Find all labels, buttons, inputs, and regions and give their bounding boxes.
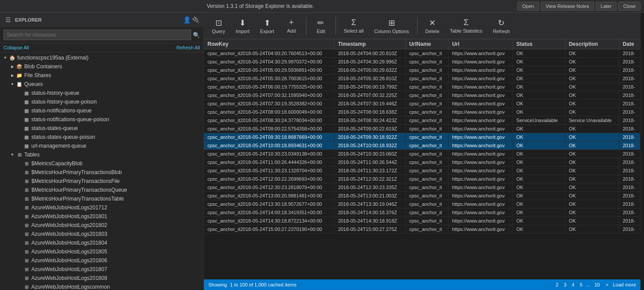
plug-icon[interactable]: 🔌 [191,15,200,24]
load-more-btn[interactable]: Load more [613,282,636,287]
table-row[interactable]: cpsc_anchor_it2018-05-24T11:00:26.444432… [204,158,640,167]
right-resize-handle[interactable] [640,13,644,290]
collapse-all[interactable]: Collapse All [4,45,29,50]
tree-arrow-icon[interactable]: ▼ [9,81,16,88]
table-row[interactable]: cpsc_anchor_it2018-05-24T12:30:23.281807… [204,183,640,192]
toolbar-btn-table_stats[interactable]: ΣTable Statistics [445,16,486,35]
col-header-rowkey[interactable]: RowKey [204,39,334,49]
sidebar-item-t3[interactable]: ⊞$MetricsHourPrimaryTransactionsFile [0,177,203,186]
sidebar-item-root1[interactable]: ▼🏠functionscpsc195aa (External) [0,53,203,62]
sidebar-item-t1[interactable]: ⊞$MetricsCapacityBlob [0,159,203,168]
sidebar-item-t7[interactable]: ⊞AzureWebJobsHostLogs201801 [0,212,203,221]
table-row[interactable]: cpsc_anchor_it2018-05-24T09:30:18.868766… [204,133,640,141]
toolbar-btn-edit[interactable]: ✏Edit [310,16,332,36]
tree-node-label: functionscpsc195aa (External) [17,55,88,61]
table-row[interactable]: cpsc_anchor_it2018-05-24T10:00:18.893463… [204,141,640,150]
sidebar-item-t10[interactable]: ⊞AzureWebJobsHostLogs201804 [0,238,203,247]
tree-arrow-icon[interactable]: ▶ [9,72,16,79]
sidebar-item-q5[interactable]: ▦status-states-queue [0,124,203,133]
table-row[interactable]: cpsc_anchor_it2018-05-24T08:00:18.600004… [204,108,640,116]
open-button[interactable]: Open [517,2,539,11]
column_options-icon: ⊞ [388,18,395,28]
sidebar-item-t2[interactable]: ⊞$MetricsHourPrimaryTransactionsBlob [0,168,203,177]
table-row[interactable]: cpsc_anchor_it2018-05-24T14:30:18.872213… [204,217,640,225]
toolbar-btn-query[interactable]: ⊡Query [207,16,230,36]
hamburger-icon[interactable]: ☰ [4,15,12,24]
table-row[interactable]: cpsc_anchor_it2018-05-24T10:30:23.034913… [204,150,640,158]
toolbar-btn-column_options[interactable]: ⊞Column Options [370,16,414,36]
table-row[interactable]: cpsc_anchor_it2018-05-24T04:30:29.997037… [204,58,640,66]
table-row[interactable]: cpsc_anchor_it2018-05-24T13:30:18.957267… [204,200,640,208]
col-header-url[interactable]: Url [448,39,513,49]
sidebar-item-q6[interactable]: ▦status-states-queue-poison [0,133,203,141]
sidebar-item-t14[interactable]: ⊞AzureWebJobsHostLogs201808 [0,274,203,283]
page-2[interactable]: 2 [554,282,560,287]
sidebar-item-q3[interactable]: ▦status-notifications-queue [0,106,203,115]
col-header-timestamp[interactable]: Timestamp [334,39,405,49]
col-header-date[interactable]: Date [619,39,640,49]
cell-url: https://www.anchorit.gov [448,91,513,100]
next-page-btn[interactable]: > [604,282,610,287]
col-header-urlname[interactable]: UrlName [405,39,448,49]
table-row[interactable]: cpsc_anchor_it2018-05-24T07:00:32.159594… [204,91,640,100]
sidebar-item-t13[interactable]: ⊞AzureWebJobsHostLogs201807 [0,265,203,274]
table-row[interactable]: cpsc_anchor_it2018-05-24T04:00:20.760451… [204,49,640,58]
toolbar-btn-import[interactable]: ⬇Import [231,16,254,36]
table-row[interactable]: cpsc_anchor_it2018-05-24T15:00:27.237019… [204,225,640,234]
tree-node-label: AzureWebJobsHostLogs201805 [31,249,107,255]
sidebar-item-t5[interactable]: ⊞$MetricsHourPrimaryTransactionsTable [0,194,203,203]
search-input[interactable] [4,30,191,40]
query-icon: ⊡ [215,18,222,28]
sidebar-item-t8[interactable]: ⊞AzureWebJobsHostLogs201802 [0,221,203,230]
table-scroll[interactable]: RowKeyTimestampUrlNameUrlStatusDescripti… [204,39,640,279]
toolbar-btn-refresh[interactable]: ↻Refresh [489,16,515,36]
page-5[interactable]: 5 [578,282,584,287]
sidebar-item-q4[interactable]: ▦status-notifications-queue-poison [0,115,203,124]
sidebar-item-queues[interactable]: ▼📋Queues [0,80,203,89]
table-row[interactable]: cpsc_anchor_it2018-05-24T06:00:19.775532… [204,83,640,91]
cell-url: https://www.anchorit.gov [448,141,513,150]
page-3[interactable]: 3 [562,282,568,287]
table-row[interactable]: cpsc_anchor_it2018-05-24T11:30:23.132870… [204,167,640,175]
sidebar-item-t15[interactable]: ⊞AzureWebJobsHostLogscommon [0,283,203,290]
tree-arrow-icon[interactable]: ▼ [2,54,9,61]
tree-arrow-icon[interactable]: ▼ [9,151,16,158]
close-button[interactable]: Close [618,2,640,11]
later-button[interactable]: Later [596,2,617,11]
col-header-status[interactable]: Status [512,39,565,49]
sidebar-item-t11[interactable]: ⊞AzureWebJobsHostLogs201805 [0,247,203,256]
sidebar-item-t4[interactable]: ⊞$MetricsHourPrimaryTransactionsQueue [0,186,203,194]
sidebar-item-tables[interactable]: ▼⊞Tables [0,150,203,159]
sidebar-item-t9[interactable]: ⊞AzureWebJobsHostLogs201803 [0,230,203,238]
sidebar-item-t12[interactable]: ⊞AzureWebJobsHostLogs201806 [0,256,203,265]
table-row[interactable]: cpsc_anchor_it2018-05-24T14:00:18.341935… [204,208,640,217]
page-10[interactable]: 10 [593,282,601,287]
view-release-button[interactable]: View Release Notes [541,2,594,11]
refresh-icon: ↻ [498,18,505,28]
sidebar-item-fileshares[interactable]: ▶📁File Shares [0,71,203,80]
sidebar-item-q1[interactable]: ▦status-history-queue [0,89,203,97]
table-row[interactable]: cpsc_anchor_it2018-05-24T05:00:29.593689… [204,66,640,74]
table-row[interactable]: cpsc_anchor_it2018-05-24T13:00:20.988148… [204,192,640,200]
toolbar-btn-select_all[interactable]: ΣSelect all [339,16,368,35]
cell-timestamp: 2018-05-24T12:00:22.321Z [334,175,405,183]
sidebar-item-t6[interactable]: ⊞AzureWebJobsHostLogs201712 [0,203,203,212]
toolbar-btn-delete[interactable]: ✕Delete [421,16,444,36]
toolbar-btn-add[interactable]: +Add [280,16,302,35]
refresh-all[interactable]: Refresh All [177,45,200,50]
sidebar-item-q2[interactable]: ▦status-history-queue-poison [0,97,203,106]
col-header-description[interactable]: Description [565,39,619,49]
page-4[interactable]: 4 [570,282,576,287]
sidebar-item-blob[interactable]: ▶📦Blob Containers [0,62,203,71]
table-row[interactable]: cpsc_anchor_it2018-05-24T05:30:28.700361… [204,74,640,83]
search-icon[interactable]: 🔍 [193,32,200,38]
sidebar-item-q7[interactable]: ▦url-management-queue [0,141,203,150]
table-row[interactable]: cpsc_anchor_it2018-05-24T09:00:22.575435… [204,125,640,133]
person-icon[interactable]: 👤 [182,15,191,24]
table-row[interactable]: cpsc_anchor_it2018-05-24T12:00:22.269969… [204,175,640,183]
cell-urlname: cpsc_anchor_it [405,225,448,234]
table-row[interactable]: cpsc_anchor_it2018-05-24T07:30:19.352838… [204,100,640,108]
table-row[interactable]: cpsc_anchor_it2018-05-24T08:30:24.377803… [204,116,640,125]
tree-arrow-icon[interactable]: ▶ [9,63,16,70]
toolbar-btn-export[interactable]: ⬆Export [256,16,279,36]
